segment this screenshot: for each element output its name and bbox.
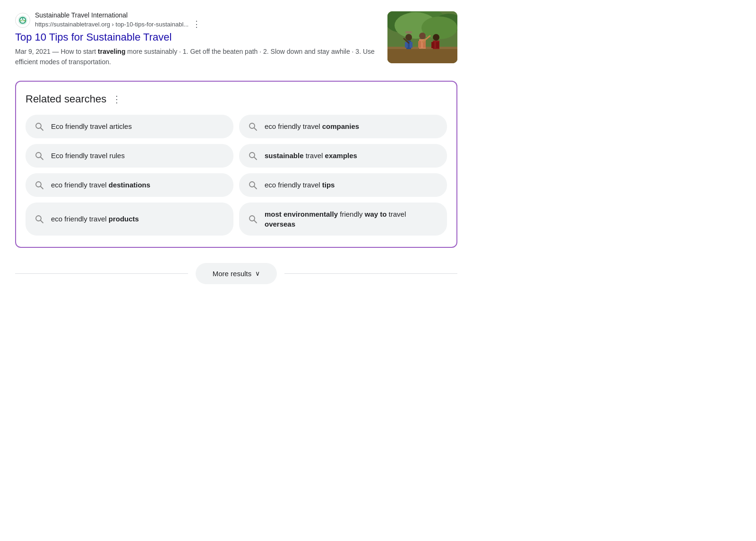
result-snippet: Mar 9, 2021 — How to start traveling mor… <box>15 46 380 68</box>
related-searches-header: Related searches ⋮ <box>26 93 447 105</box>
related-item-overseas[interactable]: most environmentally friendly way to tra… <box>239 203 447 236</box>
search-icon <box>248 214 258 224</box>
svg-rect-14 <box>410 42 412 48</box>
svg-line-34 <box>41 186 43 189</box>
related-searches-title: Related searches <box>26 93 106 105</box>
svg-point-31 <box>249 152 255 158</box>
svg-rect-9 <box>387 49 457 63</box>
svg-line-40 <box>254 220 257 223</box>
more-results-button[interactable]: More results ∨ <box>196 263 277 284</box>
search-icon <box>34 180 44 190</box>
related-item-overseas-text: most environmentally friendly way to tra… <box>265 209 438 229</box>
result-title-link[interactable]: Top 10 Tips for Sustainable Travel <box>15 31 380 43</box>
svg-point-19 <box>433 34 439 41</box>
svg-line-26 <box>41 128 43 130</box>
site-url: https://sustainabletravel.org › top-10-t… <box>35 21 189 28</box>
svg-point-25 <box>36 123 41 128</box>
related-item-products[interactable]: eco friendly travel products <box>26 203 233 236</box>
three-dots-icon[interactable]: ⋮ <box>192 19 201 29</box>
related-item-examples[interactable]: sustainable travel examples <box>239 144 447 168</box>
related-item-articles-text: Eco friendly travel articles <box>51 121 225 131</box>
related-item-rules[interactable]: Eco friendly travel rules <box>26 144 233 168</box>
related-item-rules-text: Eco friendly travel rules <box>51 151 225 161</box>
divider-right <box>284 273 457 274</box>
svg-point-15 <box>419 33 426 39</box>
more-results-row: More results ∨ <box>15 263 457 284</box>
site-info: Sustainable Travel International https:/… <box>15 11 380 29</box>
search-icon <box>34 214 44 224</box>
related-item-destinations-text: eco friendly travel destinations <box>51 180 225 190</box>
svg-point-33 <box>36 182 41 187</box>
result-image <box>387 11 457 63</box>
svg-line-38 <box>41 220 43 223</box>
snippet-text-before: Mar 9, 2021 — How to start <box>15 48 98 55</box>
svg-line-30 <box>41 157 43 160</box>
svg-line-28 <box>254 128 257 130</box>
search-icon <box>34 151 44 161</box>
svg-rect-21 <box>431 42 434 48</box>
site-logo <box>15 13 30 28</box>
search-icon <box>248 121 258 132</box>
travel-image-svg <box>387 11 457 63</box>
related-item-tips-text: eco friendly travel tips <box>265 180 438 190</box>
image-placeholder <box>387 11 457 63</box>
more-results-label: More results <box>213 270 252 278</box>
search-icon <box>34 121 44 132</box>
svg-line-32 <box>254 157 257 160</box>
svg-point-35 <box>249 182 255 187</box>
svg-rect-22 <box>436 42 439 48</box>
related-item-articles[interactable]: Eco friendly travel articles <box>26 115 233 138</box>
related-item-tips[interactable]: eco friendly travel tips <box>239 173 447 197</box>
result-main: Sustainable Travel International https:/… <box>15 11 380 68</box>
search-result: Sustainable Travel International https:/… <box>15 11 457 68</box>
related-item-companies[interactable]: eco friendly travel companies <box>239 115 447 138</box>
svg-line-36 <box>254 186 257 189</box>
svg-point-37 <box>36 216 41 221</box>
svg-point-10 <box>405 34 412 41</box>
svg-point-27 <box>249 123 255 128</box>
snippet-bold: traveling <box>98 48 125 55</box>
chevron-down-icon: ∨ <box>255 270 260 277</box>
svg-point-39 <box>249 216 255 221</box>
svg-rect-11 <box>405 31 412 34</box>
svg-point-7 <box>421 17 457 39</box>
search-icon <box>248 151 258 161</box>
divider-left <box>15 273 188 274</box>
related-searches-grid: Eco friendly travel articles eco friendl… <box>26 115 447 236</box>
related-item-products-text: eco friendly travel products <box>51 214 225 224</box>
related-searches-dots-icon[interactable]: ⋮ <box>112 93 121 105</box>
search-icon <box>248 180 258 190</box>
related-item-examples-text: sustainable travel examples <box>265 151 438 161</box>
site-name: Sustainable Travel International <box>35 11 201 19</box>
svg-rect-17 <box>418 41 421 48</box>
svg-rect-13 <box>405 42 408 48</box>
site-url-row: https://sustainabletravel.org › top-10-t… <box>35 19 201 29</box>
site-name-url: Sustainable Travel International https:/… <box>35 11 201 29</box>
related-item-destinations[interactable]: eco friendly travel destinations <box>26 173 233 197</box>
related-item-companies-text: eco friendly travel companies <box>265 121 438 131</box>
svg-point-29 <box>36 152 41 158</box>
related-searches-box: Related searches ⋮ Eco friendly travel a… <box>15 81 457 248</box>
